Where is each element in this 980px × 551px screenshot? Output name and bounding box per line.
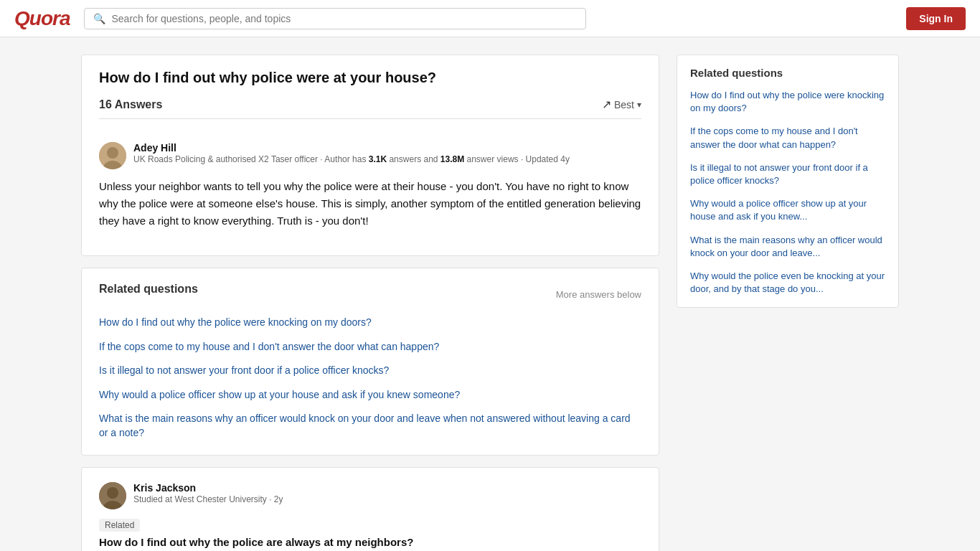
first-author-views: 13.8M: [440, 154, 464, 164]
chevron-down-icon: ▾: [637, 100, 641, 110]
second-answer-card: Kris Jackson Studied at West Chester Uni…: [81, 467, 659, 551]
inline-related-link-4[interactable]: What is the main reasons why an officer …: [99, 412, 641, 440]
sort-label: Best: [614, 99, 634, 110]
first-author-info: Adey Hill UK Roads Policing & authorised…: [133, 142, 641, 166]
inline-related-title: Related questions: [99, 283, 198, 296]
first-author-name[interactable]: Adey Hill: [133, 142, 641, 154]
sidebar-link-0[interactable]: How do I find out why the police were kn…: [690, 89, 885, 115]
second-author-avatar: [99, 482, 126, 509]
first-answer-text: Unless your neighbor wants to tell you w…: [99, 178, 641, 230]
sidebar-link-5[interactable]: Why would the police even be knocking at…: [690, 270, 885, 296]
quora-logo[interactable]: Quora: [14, 7, 70, 30]
first-author-meta-prefix: UK Roads Policing & authorised X2 Taser …: [133, 154, 369, 164]
svg-point-1: [107, 147, 118, 159]
sidebar-link-3[interactable]: Why would a police officer show up at yo…: [690, 197, 885, 223]
sidebar-link-4[interactable]: What is the main reasons why an officer …: [690, 234, 885, 260]
inline-related-section: Related questions More answers below How…: [81, 268, 659, 456]
sidebar-link-1[interactable]: If the cops come to my house and I don't…: [690, 125, 885, 151]
inline-related-link-2[interactable]: Is it illegal to not answer your front d…: [99, 364, 641, 378]
first-author-answers: 3.1K: [369, 154, 387, 164]
sign-in-button[interactable]: Sign In: [906, 7, 966, 30]
trending-icon: ↗: [602, 98, 611, 111]
search-bar: 🔍: [84, 8, 586, 29]
related-question-text: How do I find out why the police are alw…: [99, 536, 641, 548]
header-right: Sign In: [906, 7, 966, 30]
sidebar-card: Related questions How do I find out why …: [677, 55, 899, 308]
first-author-meta-suffix: answer views · Updated 4y: [464, 154, 570, 164]
first-author-avatar: [99, 142, 126, 169]
answers-count: 16 Answers: [99, 98, 162, 111]
inline-related-link-0[interactable]: How do I find out why the police were kn…: [99, 316, 641, 330]
related-badge: Related: [99, 519, 140, 532]
svg-point-4: [107, 487, 118, 499]
first-answer: Adey Hill UK Roads Policing & authorised…: [99, 131, 641, 241]
main-container: How do I find out why police were at you…: [67, 55, 913, 551]
second-answer-author: Kris Jackson Studied at West Chester Uni…: [99, 482, 641, 509]
inline-related-header: Related questions More answers below: [99, 283, 641, 306]
question-card: How do I find out why police were at you…: [81, 55, 659, 256]
second-author-name[interactable]: Kris Jackson: [133, 482, 641, 494]
content-area: How do I find out why police were at you…: [81, 55, 659, 551]
sort-control[interactable]: ↗ Best ▾: [602, 98, 641, 111]
second-author-info: Kris Jackson Studied at West Chester Uni…: [133, 482, 641, 506]
header: Quora 🔍 Sign In: [0, 0, 980, 37]
sidebar-link-2[interactable]: Is it illegal to not answer your front d…: [690, 161, 885, 187]
answers-header: 16 Answers ↗ Best ▾: [99, 98, 641, 119]
second-author-meta: Studied at West Chester University · 2y: [133, 494, 641, 506]
inline-related-link-1[interactable]: If the cops come to my house and I don't…: [99, 340, 641, 354]
more-answers-below: More answers below: [556, 289, 641, 300]
inline-related-link-3[interactable]: Why would a police officer show up at yo…: [99, 388, 641, 402]
first-answer-author: Adey Hill UK Roads Policing & authorised…: [99, 142, 641, 169]
sidebar-title: Related questions: [690, 67, 885, 79]
first-author-meta-mid: answers and: [387, 154, 440, 164]
search-input[interactable]: [111, 13, 577, 24]
sidebar: Related questions How do I find out why …: [677, 55, 899, 551]
question-title: How do I find out why police were at you…: [99, 70, 641, 86]
first-author-meta: UK Roads Policing & authorised X2 Taser …: [133, 154, 641, 166]
search-icon: 🔍: [93, 13, 105, 24]
